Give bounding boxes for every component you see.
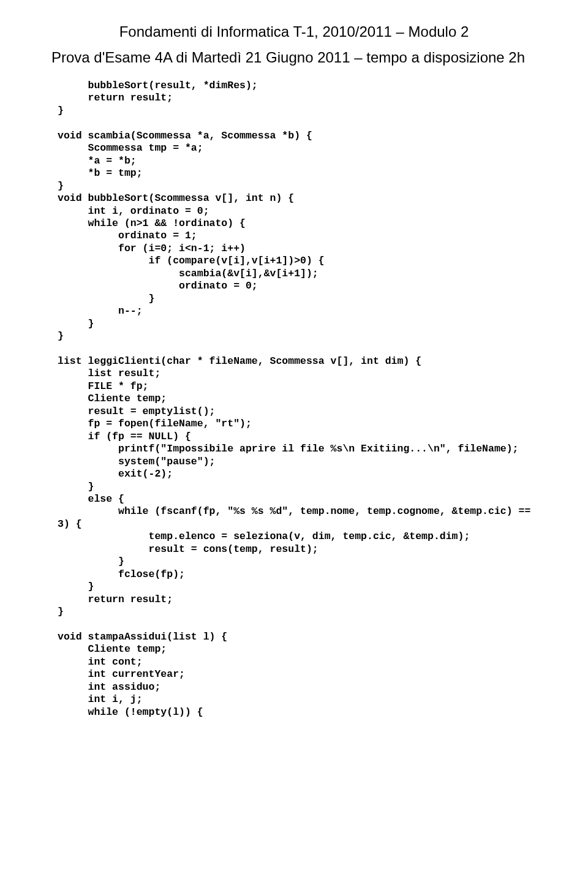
page-title: Fondamenti di Informatica T-1, 2010/2011…	[51, 23, 537, 40]
page-subtitle: Prova d'Esame 4A di Martedì 21 Giugno 20…	[51, 49, 537, 66]
code-block: bubbleSort(result, *dimRes); return resu…	[58, 80, 537, 719]
